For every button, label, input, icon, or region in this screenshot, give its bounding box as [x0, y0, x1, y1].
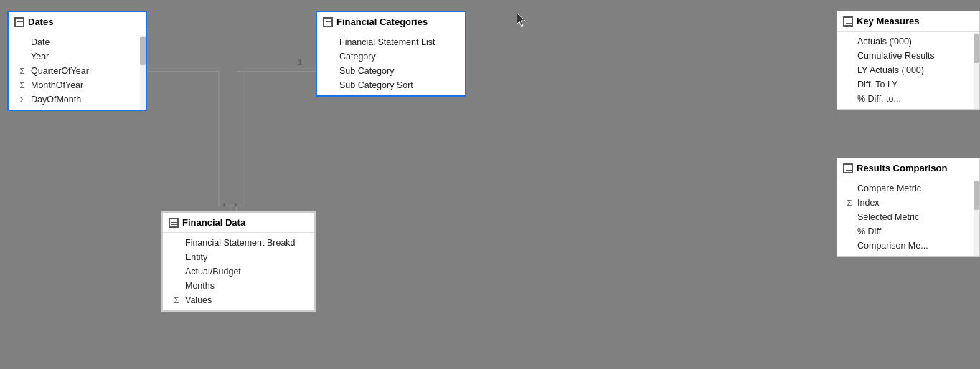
field-label: Selected Metric [857, 212, 919, 222]
financial-categories-header: Financial Categories [317, 12, 465, 32]
results-comparison-scrollbar-track[interactable] [974, 180, 979, 256]
svg-text:*: * [222, 202, 226, 212]
dates-fields: Date Year Σ QuarterOfYear Σ MonthOfYear … [9, 32, 146, 110]
field-label: Diff. To LY [857, 80, 897, 90]
field-label: Financial Statement Breakd [185, 238, 296, 248]
field-actuals[interactable]: Actuals ('000) [837, 34, 979, 49]
field-label: Actual/Budget [185, 267, 241, 277]
field-label: Financial Statement List [339, 37, 435, 47]
field-label: Comparison Me... [857, 241, 928, 251]
field-label: Category [339, 52, 376, 62]
financial-categories-title: Financial Categories [336, 16, 428, 27]
field-actual-budget[interactable]: Actual/Budget [163, 264, 314, 279]
key-measures-fields: Actuals ('000) Cumulative Results LY Act… [837, 32, 979, 109]
key-measures-scrollbar-thumb[interactable] [974, 34, 979, 63]
field-quarterofyear[interactable]: Σ QuarterOfYear [9, 64, 146, 78]
field-months[interactable]: Months [163, 279, 314, 293]
field-label: Values [185, 295, 212, 305]
field-label: LY Actuals ('000) [857, 65, 924, 75]
key-measures-header: Key Measures [837, 11, 979, 32]
table-icon [843, 16, 853, 27]
field-sub-category-sort[interactable]: Sub Category Sort [317, 78, 465, 92]
key-measures-panel[interactable]: Key Measures Actuals ('000) Cumulative R… [837, 11, 980, 110]
dates-table-header: Dates [9, 12, 146, 32]
dates-table-title: Dates [28, 16, 53, 27]
field-label: MonthOfYear [31, 80, 83, 90]
financial-categories-fields: Financial Statement List Category Sub Ca… [317, 32, 465, 95]
financial-categories-table[interactable]: Financial Categories Financial Statement… [316, 11, 466, 97]
field-label: Entity [185, 252, 207, 262]
field-category[interactable]: Category [317, 49, 465, 64]
table-icon [169, 218, 179, 228]
financial-data-title: Financial Data [182, 217, 245, 228]
svg-marker-17 [517, 13, 525, 27]
table-icon [323, 17, 333, 27]
sum-icon: Σ [17, 81, 27, 90]
field-compare-metric[interactable]: Compare Metric [837, 181, 979, 196]
results-comparison-header: Results Comparison [837, 158, 979, 178]
results-comparison-title: Results Comparison [857, 163, 947, 173]
field-comparison-me[interactable]: Comparison Me... [837, 239, 979, 253]
field-pct-diff-rc[interactable]: % Diff [837, 224, 979, 239]
field-label: Actuals ('000) [857, 37, 912, 47]
financial-data-table[interactable]: Financial Data Financial Statement Break… [161, 211, 316, 312]
svg-text:1: 1 [298, 58, 302, 67]
field-monthofyear[interactable]: Σ MonthOfYear [9, 78, 146, 92]
field-label: Sub Category Sort [339, 80, 413, 90]
field-dayofmonth[interactable]: Σ DayOfMonth [9, 92, 146, 107]
key-measures-scrollbar-track[interactable] [974, 33, 979, 109]
cursor [517, 13, 528, 29]
financial-data-fields: Financial Statement Breakd Entity Actual… [163, 233, 314, 310]
field-label: Year [31, 52, 49, 62]
field-values[interactable]: Σ Values [163, 293, 314, 307]
results-comparison-panel[interactable]: Results Comparison Compare Metric Σ Inde… [837, 158, 980, 257]
field-label: % Diff. to... [857, 94, 901, 104]
dates-table[interactable]: Dates Date Year Σ QuarterOfYear Σ MonthO… [7, 11, 147, 111]
svg-text:*: * [234, 202, 237, 212]
key-measures-title: Key Measures [857, 16, 919, 27]
field-index[interactable]: Σ Index [837, 196, 979, 210]
field-selected-metric[interactable]: Selected Metric [837, 210, 979, 224]
financial-data-header: Financial Data [163, 213, 314, 233]
field-cumulative-results[interactable]: Cumulative Results [837, 49, 979, 63]
field-financial-statement-list[interactable]: Financial Statement List [317, 35, 465, 49]
field-label: % Diff [857, 226, 881, 236]
results-comparison-scrollbar-thumb[interactable] [974, 181, 979, 210]
table-icon [14, 17, 24, 27]
field-label: Date [31, 37, 50, 47]
field-pct-diff[interactable]: % Diff. to... [837, 92, 979, 106]
field-label: Months [185, 281, 215, 291]
sum-icon: Σ [17, 95, 27, 104]
sum-icon: Σ [17, 67, 27, 75]
results-comparison-fields: Compare Metric Σ Index Selected Metric %… [837, 178, 979, 256]
scrollbar-track[interactable] [140, 35, 146, 110]
field-sub-category[interactable]: Sub Category [317, 64, 465, 78]
field-diff-to-ly[interactable]: Diff. To LY [837, 77, 979, 92]
field-label: Sub Category [339, 66, 394, 76]
field-year[interactable]: Year [9, 49, 146, 64]
field-label: Index [857, 198, 880, 208]
field-label: Compare Metric [857, 183, 921, 193]
sum-icon: Σ [171, 296, 182, 305]
field-entity[interactable]: Entity [163, 250, 314, 264]
table-icon [843, 163, 853, 173]
field-label: DayOfMonth [31, 95, 81, 105]
field-label: QuarterOfYear [31, 66, 89, 76]
field-label: Cumulative Results [857, 51, 935, 61]
field-ly-actuals[interactable]: LY Actuals ('000) [837, 63, 979, 77]
sum-icon: Σ [844, 198, 854, 207]
field-financial-statement-breakd[interactable]: Financial Statement Breakd [163, 236, 314, 250]
field-date[interactable]: Date [9, 35, 146, 49]
scrollbar-thumb[interactable] [140, 37, 146, 65]
